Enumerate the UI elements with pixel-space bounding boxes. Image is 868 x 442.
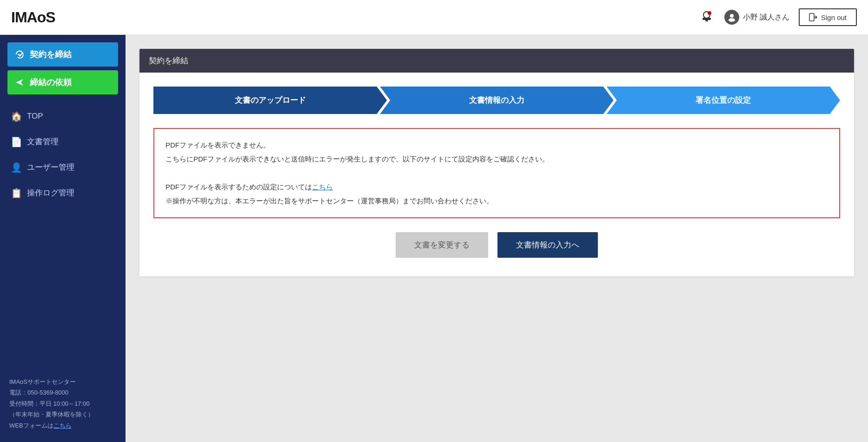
sidebar-item-user-label: ユーザー管理 xyxy=(27,162,74,173)
step-2: 文書情報の入力 xyxy=(380,87,613,114)
svg-rect-2 xyxy=(705,20,708,21)
step-3: 署名位置の設定 xyxy=(607,87,840,114)
btn-row: 文書を変更する 文書情報の入力へ xyxy=(153,232,840,258)
sidebar-item-log-label: 操作ログ管理 xyxy=(27,188,74,198)
content-card: 契約を締結 文書のアップロード 文書情報の入力 署名位置の設定 PDF xyxy=(139,49,854,276)
next-button[interactable]: 文書情報の入力へ xyxy=(497,232,598,258)
sidebar-item-top-label: TOP xyxy=(27,112,43,121)
sidebar-item-top[interactable]: 🏠 TOP xyxy=(0,104,126,129)
step-1: 文書のアップロード xyxy=(153,87,387,114)
error-box: PDFファイルを表示できません。 こちらにPDFファイルが表示できないと送信時に… xyxy=(153,128,840,218)
error-line3: PDFファイルを表示するための設定についてはこちら xyxy=(166,180,828,194)
user-info: 小野 誠人さん xyxy=(724,10,789,25)
sidebar-footer: IMAoSサポートセンター 電話：050-5369-8000 受付時間：平日 1… xyxy=(0,367,126,442)
svg-point-4 xyxy=(730,14,734,18)
error-link[interactable]: こちら xyxy=(312,183,333,191)
keiyaku-締結-button[interactable]: 契約を締結 xyxy=(7,42,118,67)
error-line2: こちらにPDFファイルが表示できないと送信時にエラーが発生しますので、以下のサイ… xyxy=(166,152,828,166)
keiyaku-締結-label: 契約を締結 xyxy=(30,49,72,60)
signout-button[interactable]: Sign out xyxy=(799,8,857,26)
teiketsu-label: 締結の依頼 xyxy=(30,77,72,88)
content: 契約を締結 文書のアップロード 文書情報の入力 署名位置の設定 PDF xyxy=(126,35,868,442)
log-icon: 📋 xyxy=(11,188,21,198)
content-card-body: 文書のアップロード 文書情報の入力 署名位置の設定 PDFファイルを表示できませ… xyxy=(139,73,854,276)
svg-point-3 xyxy=(708,11,711,15)
page-title: 契約を締結 xyxy=(139,49,854,73)
svg-point-5 xyxy=(729,18,735,22)
user-icon: 👤 xyxy=(11,162,21,173)
main-layout: 契約を締結 締結の依頼 🏠 TOP 📄 文書管理 👤 ユーザー管理 📋 操作ログ… xyxy=(0,35,868,442)
signout-label: Sign out xyxy=(821,13,847,21)
sidebar-item-bunsho[interactable]: 📄 文書管理 xyxy=(0,129,126,154)
home-icon: 🏠 xyxy=(11,111,21,121)
document-icon: 📄 xyxy=(11,137,21,147)
steps-container: 文書のアップロード 文書情報の入力 署名位置の設定 xyxy=(153,87,840,114)
svg-rect-1 xyxy=(702,18,711,20)
sidebar-item-log[interactable]: 📋 操作ログ管理 xyxy=(0,180,126,206)
error-line4: ※操作が不明な方は、本エラーが出た旨をサポートセンター（運営事務局）までお問い合… xyxy=(166,194,828,208)
bell-icon[interactable] xyxy=(698,9,715,26)
header: IMAoS 小野 誠人さん Sign out xyxy=(0,0,868,35)
sidebar: 契約を締結 締結の依頼 🏠 TOP 📄 文書管理 👤 ユーザー管理 📋 操作ログ… xyxy=(0,35,126,442)
change-document-button[interactable]: 文書を変更する xyxy=(396,232,488,258)
web-form-link[interactable]: こちら xyxy=(53,422,72,429)
teiketsu-button[interactable]: 締結の依頼 xyxy=(7,70,118,94)
sidebar-item-bunsho-label: 文書管理 xyxy=(27,136,59,147)
logo: IMAoS xyxy=(11,9,55,26)
svg-rect-6 xyxy=(809,13,814,21)
header-right: 小野 誠人さん Sign out xyxy=(698,8,857,26)
sidebar-item-user[interactable]: 👤 ユーザー管理 xyxy=(0,154,126,180)
error-line1: PDFファイルを表示できません。 xyxy=(166,138,828,152)
user-name: 小野 誠人さん xyxy=(743,13,789,22)
user-avatar xyxy=(724,10,739,25)
